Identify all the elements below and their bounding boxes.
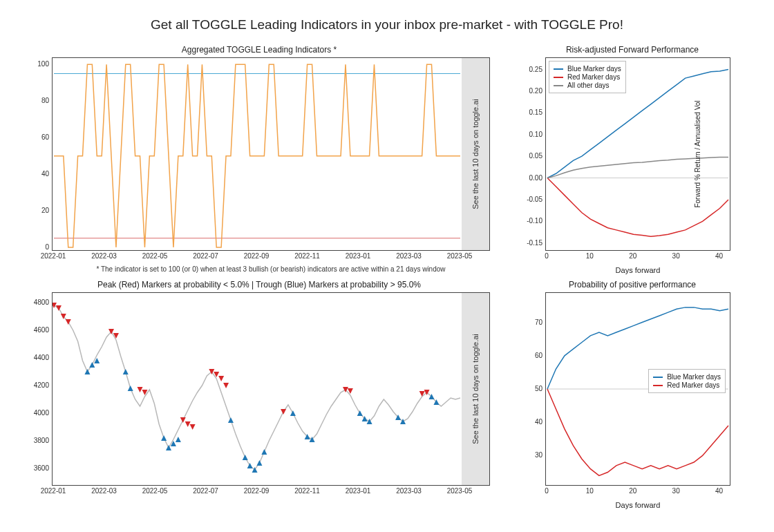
page-title: Get all TOGGLE Leading Indicators in you… bbox=[14, 17, 760, 32]
panel-markers: Peak (Red) Markers at probability < 5.0%… bbox=[24, 280, 494, 501]
chart-title-prob: Probability of positive performance bbox=[515, 280, 750, 289]
x-ticks-risk: 010203040 bbox=[545, 252, 730, 263]
grey-band-1[interactable]: See the last 10 days on toggle.ai bbox=[462, 58, 489, 250]
ylabel-risk: Forward % Return / Annualised Vol bbox=[694, 100, 701, 207]
y-ticks-prob: 3040506070 bbox=[519, 292, 542, 486]
panel-risk-adjusted: Risk-adjusted Forward Performance Blue M… bbox=[515, 45, 750, 266]
chart-title-aggregated: Aggregated TOGGLE Leading Indicators * bbox=[24, 45, 494, 55]
legend-prob: Blue Marker days Red Marker days bbox=[648, 369, 726, 393]
grey-band-text-2: See the last 10 days on toggle.ai bbox=[471, 334, 480, 444]
grey-band-text: See the last 10 days on toggle.ai bbox=[471, 99, 480, 209]
y-ticks-markers: 3600380040004200440046004800 bbox=[26, 292, 49, 486]
legend-risk: Blue Marker days Red Marker days All oth… bbox=[549, 61, 626, 93]
panel-probability: Probability of positive performance Blue… bbox=[515, 280, 750, 501]
chart-title-markers: Peak (Red) Markers at probability < 5.0%… bbox=[24, 280, 494, 289]
footnote-aggregated: * The indicator is set to 100 (or 0) whe… bbox=[52, 265, 490, 273]
y-ticks-aggregated: 020406080100 bbox=[26, 57, 49, 251]
grey-band-2[interactable]: See the last 10 days on toggle.ai bbox=[462, 293, 489, 485]
y-ticks-risk: -0.15-0.10-0.050.000.050.100.150.200.25 bbox=[519, 57, 542, 251]
plot-markers bbox=[53, 293, 489, 485]
x-ticks-markers: 2022-012022-032022-052022-072022-092022-… bbox=[52, 487, 490, 498]
legend-other: All other days bbox=[567, 82, 610, 89]
legend-red-2: Red Marker days bbox=[667, 381, 719, 389]
legend-blue-2: Blue Marker days bbox=[667, 373, 721, 381]
chart-grid: Aggregated TOGGLE Leading Indicators * S… bbox=[14, 45, 760, 501]
x-ticks-prob: 010203040 bbox=[545, 487, 730, 498]
chart-title-risk: Risk-adjusted Forward Performance bbox=[515, 45, 750, 55]
plot-aggregated bbox=[53, 58, 489, 250]
legend-red: Red Marker days bbox=[567, 73, 620, 81]
xlabel-risk: Days forward bbox=[545, 266, 730, 274]
panel-aggregated: Aggregated TOGGLE Leading Indicators * S… bbox=[24, 45, 494, 266]
x-ticks-aggregated: 2022-012022-032022-052022-072022-092022-… bbox=[52, 252, 490, 263]
legend-blue: Blue Marker days bbox=[567, 65, 621, 73]
xlabel-prob: Days forward bbox=[545, 501, 730, 509]
